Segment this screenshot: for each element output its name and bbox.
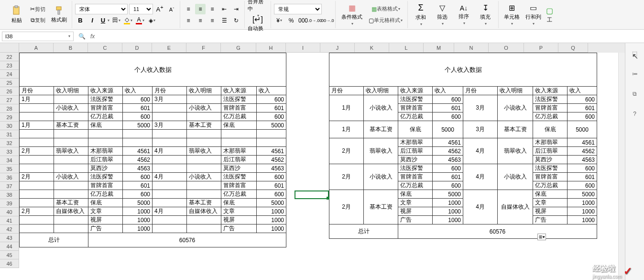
- insert-options-button[interactable]: ⊞▾: [537, 234, 546, 240]
- cells-group: ⊞单元格▾ ▭行和列▾ ▢工: [499, 1, 557, 28]
- dec-decimal-button[interactable]: .00→.0: [322, 15, 332, 26]
- row-header-43[interactable]: 43: [0, 234, 19, 242]
- col-header-P[interactable]: P: [524, 43, 558, 53]
- decrease-font-button[interactable]: A-: [166, 4, 177, 14]
- col-header-K[interactable]: K: [355, 43, 389, 53]
- column-headers[interactable]: ABCDEFGHIJKLMNOPQ: [19, 43, 625, 53]
- cut-button[interactable]: ✂剪切: [28, 4, 47, 14]
- col-header-O[interactable]: O: [489, 43, 524, 53]
- comma-icon: 000: [298, 17, 308, 24]
- col-header-I[interactable]: I: [286, 43, 320, 53]
- row-header-46[interactable]: 46: [0, 259, 19, 268]
- col-header-N[interactable]: N: [454, 43, 489, 53]
- sum-button[interactable]: Σ求和▾: [411, 3, 431, 27]
- row-header-26[interactable]: 26: [0, 87, 19, 96]
- sort-button[interactable]: A↓排序▾: [454, 3, 474, 27]
- row-header-25[interactable]: 25: [0, 78, 19, 87]
- col-header-H[interactable]: H: [256, 43, 286, 53]
- align-bottom-button[interactable]: ≡: [207, 4, 218, 14]
- col-header-F[interactable]: F: [186, 43, 221, 53]
- indent-decrease-button[interactable]: ⇤: [219, 4, 229, 14]
- row-header-27[interactable]: 27: [0, 96, 19, 104]
- row-header-32[interactable]: 32: [0, 139, 19, 147]
- align-top-button[interactable]: ≡: [183, 4, 194, 14]
- name-box[interactable]: I38 ▾: [2, 32, 74, 41]
- col-header-J[interactable]: J: [320, 43, 355, 53]
- row-header-24[interactable]: 24: [0, 70, 19, 78]
- row-header-45[interactable]: 45: [0, 251, 19, 259]
- col-header-G[interactable]: G: [221, 43, 256, 53]
- cells-area[interactable]: 个人收入数据 月份收入明细收入来源收入月份收入明细收入来源收入1月法医探警600…: [19, 53, 625, 280]
- col-header-M[interactable]: M: [424, 43, 454, 53]
- row-header-40[interactable]: 40: [0, 208, 19, 216]
- row-header-30[interactable]: 30: [0, 122, 19, 130]
- row-header-34[interactable]: 34: [0, 156, 19, 165]
- fill-button[interactable]: ↧填充▾: [475, 3, 495, 27]
- indent-increase-button[interactable]: ⇥: [231, 4, 241, 14]
- col-header-Q[interactable]: Q: [558, 43, 588, 53]
- row-header-35[interactable]: 35: [0, 165, 19, 173]
- cell-style-button[interactable]: ▢单元格样式▾: [367, 15, 404, 26]
- table-format-button[interactable]: ▦表格格式▾: [367, 4, 404, 14]
- paste-button[interactable]: 粘贴: [7, 3, 27, 27]
- conditional-format-button[interactable]: ▦ 条件格式▾: [338, 3, 365, 27]
- underline-button[interactable]: U▾: [99, 15, 109, 26]
- row-header-42[interactable]: 42: [0, 225, 19, 234]
- row-header-37[interactable]: 37: [0, 182, 19, 190]
- rowcol-button[interactable]: ▭行和列▾: [523, 3, 543, 27]
- panel-settings-icon[interactable]: ≔: [629, 68, 641, 79]
- fx-label[interactable]: fx: [90, 33, 95, 40]
- cells-button[interactable]: ⊞单元格▾: [502, 3, 522, 27]
- col-header-C[interactable]: C: [88, 43, 122, 53]
- row-header-41[interactable]: 41: [0, 216, 19, 225]
- distribute-button[interactable]: ☰: [219, 15, 229, 26]
- formula-input[interactable]: [99, 32, 642, 41]
- sheet-grid[interactable]: ABCDEFGHIJKLMNOPQ 2223242526272829303132…: [0, 43, 625, 280]
- row-header-33[interactable]: 33: [0, 147, 19, 156]
- fill-color-button[interactable]: ◇▾: [123, 15, 133, 26]
- number-format-select[interactable]: 常规: [274, 4, 322, 14]
- increase-font-button[interactable]: A+: [154, 4, 165, 14]
- zoom-icon[interactable]: 🔍: [78, 33, 86, 40]
- align-right-button[interactable]: ≡: [207, 15, 218, 26]
- phonetic-button[interactable]: ◈▾: [147, 15, 157, 26]
- filter-button[interactable]: ▽筛选▾: [432, 3, 452, 27]
- comma-button[interactable]: 000: [298, 15, 308, 26]
- row-header-36[interactable]: 36: [0, 173, 19, 182]
- percent-button[interactable]: %: [286, 15, 296, 26]
- border-button[interactable]: 田▾: [111, 15, 121, 26]
- row-header-38[interactable]: 38: [0, 190, 19, 199]
- inc-decimal-button[interactable]: .0→.00: [310, 15, 320, 26]
- merge-center-button[interactable]: ⬌ 合并居中▾: [248, 0, 268, 14]
- row-header-39[interactable]: 39: [0, 199, 19, 208]
- currency-button[interactable]: ¥▾: [274, 15, 284, 26]
- panel-properties-icon[interactable]: ⧉: [629, 88, 641, 100]
- align-center-button[interactable]: ≡: [195, 15, 206, 26]
- col-header-L[interactable]: L: [389, 43, 424, 53]
- col-header-D[interactable]: D: [122, 43, 152, 53]
- font-size-select[interactable]: 11: [129, 4, 153, 14]
- row-headers[interactable]: 2223242526272829303132333435363738394041…: [0, 53, 19, 268]
- row-header-23[interactable]: 23: [0, 61, 19, 70]
- panel-help-icon[interactable]: ?: [629, 108, 641, 120]
- select-all-corner[interactable]: [0, 43, 19, 53]
- row-header-29[interactable]: 29: [0, 113, 19, 122]
- font-color-button[interactable]: A▾: [135, 15, 145, 26]
- col-header-E[interactable]: E: [152, 43, 186, 53]
- copy-button[interactable]: ⧉复制: [28, 15, 47, 25]
- row-header-31[interactable]: 31: [0, 130, 19, 139]
- align-left-button[interactable]: ≡: [183, 15, 194, 26]
- vertical-scrollbar[interactable]: [618, 53, 625, 280]
- worksheet-button[interactable]: ▢工: [545, 3, 554, 27]
- row-header-22[interactable]: 22: [0, 53, 19, 61]
- italic-button[interactable]: I: [87, 15, 98, 26]
- bold-button[interactable]: B: [75, 15, 86, 26]
- align-middle-button[interactable]: ≡: [195, 4, 206, 14]
- format-painter-button[interactable]: 格式刷: [49, 3, 69, 27]
- col-header-B[interactable]: B: [54, 43, 88, 53]
- orientation-button[interactable]: ↻: [231, 15, 241, 26]
- row-header-44[interactable]: 44: [0, 242, 19, 251]
- font-name-select[interactable]: 宋体: [75, 4, 128, 14]
- row-header-28[interactable]: 28: [0, 104, 19, 113]
- col-header-A[interactable]: A: [19, 43, 54, 53]
